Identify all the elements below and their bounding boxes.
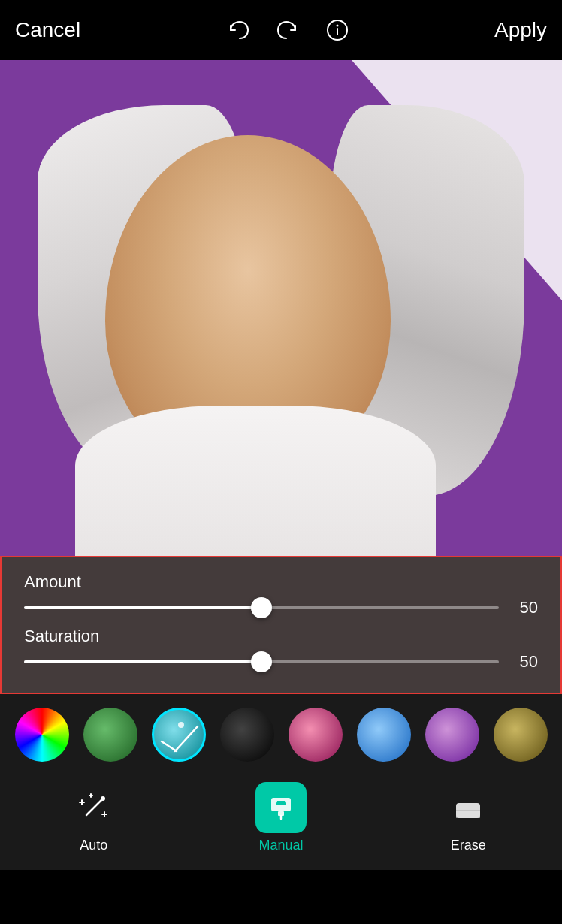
color-swatch-green[interactable] <box>83 708 137 762</box>
top-bar-center <box>225 17 351 44</box>
amount-track[interactable] <box>24 606 499 609</box>
saturation-label: Saturation <box>24 627 538 646</box>
undo-button[interactable] <box>225 17 252 44</box>
photo-area <box>0 60 562 556</box>
teal-swatch-overlay <box>154 710 206 762</box>
color-swatch-pink[interactable] <box>289 708 343 762</box>
redo-button[interactable] <box>274 17 301 44</box>
saturation-thumb[interactable] <box>251 651 272 672</box>
svg-line-3 <box>162 741 177 751</box>
color-swatch-black[interactable] <box>220 708 274 762</box>
tool-erase[interactable]: Erase <box>375 782 562 853</box>
amount-track-row: 50 <box>24 598 538 618</box>
amount-thumb[interactable] <box>251 597 272 618</box>
cancel-button[interactable]: Cancel <box>15 18 80 42</box>
saturation-value: 50 <box>511 652 538 672</box>
tool-auto[interactable]: Auto <box>0 782 187 853</box>
svg-point-7 <box>101 796 105 801</box>
slider-panel: Amount 50 Saturation 50 <box>0 556 562 694</box>
color-swatch-purple[interactable] <box>425 708 479 762</box>
bottom-toolbar: Auto Manual Erase <box>0 772 562 870</box>
svg-point-2 <box>336 25 338 27</box>
color-swatch-olive[interactable] <box>494 708 548 762</box>
amount-value: 50 <box>511 598 538 618</box>
top-bar: Cancel Apply <box>0 0 562 60</box>
erase-label: Erase <box>451 838 486 853</box>
color-swatch-teal[interactable] <box>152 708 206 762</box>
tool-manual[interactable]: Manual <box>187 782 374 853</box>
manual-icon-wrap <box>255 782 307 833</box>
saturation-fill <box>24 660 261 663</box>
svg-point-5 <box>178 722 184 728</box>
brush-icon <box>265 792 297 823</box>
svg-rect-18 <box>456 811 480 818</box>
eraser-icon <box>450 790 486 826</box>
wand-icon <box>76 790 112 826</box>
auto-icon-wrap <box>68 782 119 833</box>
color-swatch-blue[interactable] <box>357 708 411 762</box>
color-picker-row <box>0 694 562 772</box>
saturation-track-row: 50 <box>24 652 538 672</box>
amount-slider-row: Amount 50 <box>24 572 538 618</box>
erase-icon-wrap <box>443 782 494 833</box>
saturation-slider-row: Saturation 50 <box>24 627 538 672</box>
svg-line-6 <box>86 799 103 815</box>
auto-label: Auto <box>80 838 107 853</box>
photo-outfit <box>75 406 436 556</box>
amount-label: Amount <box>24 572 538 592</box>
info-button[interactable] <box>324 17 351 44</box>
apply-button[interactable]: Apply <box>494 18 547 42</box>
svg-line-4 <box>175 726 198 751</box>
manual-label: Manual <box>258 838 303 853</box>
amount-fill <box>24 606 261 609</box>
saturation-track[interactable] <box>24 660 499 663</box>
color-swatch-rainbow[interactable] <box>15 708 69 762</box>
